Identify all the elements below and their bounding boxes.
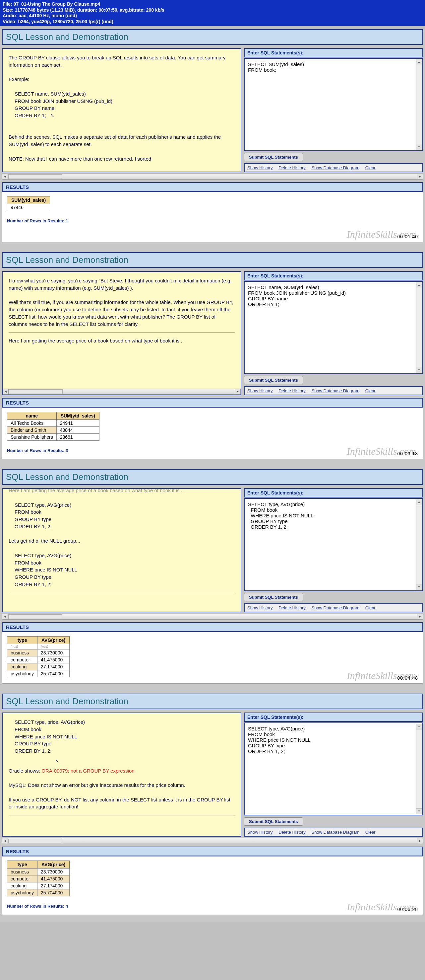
clear-link[interactable]: Clear xyxy=(365,165,376,170)
file-line-4: Video: h264, yuv420p, 1280x720, 25.00 fp… xyxy=(3,19,422,25)
cell: 23.730000 xyxy=(38,649,70,656)
submit-sql-button[interactable]: Submit SQL Statements xyxy=(244,593,303,601)
timecode: 00:01:40 xyxy=(398,234,419,239)
sql-input[interactable]: SELECT type, AVG(price) FROM book WHERE … xyxy=(244,498,423,591)
row-count: Number of Rows in Results: 1 xyxy=(7,218,418,223)
cell: 25.704000 xyxy=(38,889,70,896)
scrollbar-horizontal[interactable]: ◄► xyxy=(3,389,241,395)
file-info-header: File: 07_01-Using The Group By Clause.mp… xyxy=(0,0,425,26)
sql-input[interactable]: SELECT type, AVG(price) FROM book WHERE … xyxy=(244,722,423,815)
lesson-sql-line: FROM book xyxy=(14,559,235,566)
scrollbar-horizontal[interactable]: ◄► xyxy=(2,173,423,180)
sql-actions-bar: Show History Delete History Show Databas… xyxy=(244,603,423,612)
lesson-sql-line: WHERE price IS NOT NULL xyxy=(14,733,235,740)
clear-link[interactable]: Clear xyxy=(365,388,376,393)
cell: business xyxy=(7,869,38,875)
sql-actions-bar: Show History Delete History Show Databas… xyxy=(244,386,423,395)
show-history-link[interactable]: Show History xyxy=(247,165,273,170)
show-database-diagram-link[interactable]: Show Database Diagram xyxy=(311,388,359,393)
lesson-sql-line: GROUP BY name xyxy=(14,105,235,112)
page-title: SQL Lesson and Demonstration xyxy=(2,252,423,268)
lesson-example-label: Example: xyxy=(9,76,235,83)
lesson-paragraph: I know what you're saying, you're saying… xyxy=(9,277,235,292)
cursor-icon xyxy=(51,573,56,581)
page-title: SQL Lesson and Demonstration xyxy=(2,694,423,709)
sql-input[interactable]: SELECT SUM(ytd_sales) FROM book; ▲▼ xyxy=(244,58,423,151)
timecode: 00:04:48 xyxy=(398,675,419,681)
lesson-sql-line: FROM book xyxy=(14,508,235,516)
lesson-sql-line: SELECT type, price, AVG(price) xyxy=(14,719,235,726)
delete-history-link[interactable]: Delete History xyxy=(279,388,306,393)
cell: psychology xyxy=(7,670,38,677)
show-history-link[interactable]: Show History xyxy=(247,605,273,610)
lesson-sql-line: GROUP BY type xyxy=(14,740,235,747)
sql-input-header: Enter SQL Statements(s): xyxy=(244,271,423,280)
cell: psychology xyxy=(7,889,38,896)
scrollbar-vertical[interactable]: ▲▼ xyxy=(416,500,422,590)
cell: computer xyxy=(7,875,38,883)
scrollbar-vertical[interactable]: ▲▼ xyxy=(416,59,422,150)
lesson-sql-line: FROM book xyxy=(14,726,235,733)
results-header: RESULTS xyxy=(2,182,423,192)
lesson-paragraph: Well that's still true, if you are summa… xyxy=(9,299,235,328)
sql-input-header: Enter SQL Statements(s): xyxy=(244,488,423,498)
scrollbar-horizontal[interactable]: ◄► xyxy=(2,614,423,620)
lesson-sql-line: SELECT type, AVG(price) xyxy=(14,501,235,509)
lesson-paragraph: Here I am getting the average price of a… xyxy=(9,337,235,344)
show-database-diagram-link[interactable]: Show Database Diagram xyxy=(311,605,359,610)
lesson-sql-line: ORDER BY 1, 2; xyxy=(14,523,235,530)
lesson-sql-line: WHERE price IS NOT NULL xyxy=(14,566,235,573)
lesson-sql-line: ORDER BY 1, 2; xyxy=(14,581,235,588)
cell: 43844 xyxy=(56,427,99,434)
column-header: type xyxy=(7,861,38,869)
lesson-sql-line: ORDER BY 1; ↖ xyxy=(14,112,235,119)
results-table: SUM(ytd_sales) 97446 xyxy=(7,196,50,211)
delete-history-link[interactable]: Delete History xyxy=(279,605,306,610)
sql-actions-bar: Show History Delete History Show Databas… xyxy=(244,828,423,837)
watermark: InfiniteSkills.com xyxy=(347,670,416,681)
cell: Binder and Smith xyxy=(7,427,57,434)
column-header: type xyxy=(7,636,38,644)
page-title: SQL Lesson and Demonstration xyxy=(2,469,423,485)
cell: 23.730000 xyxy=(38,869,70,875)
scrollbar-vertical[interactable]: ▲▼ xyxy=(416,724,422,814)
row-count: Number of Rows in Results: 3 xyxy=(7,448,418,453)
show-database-diagram-link[interactable]: Show Database Diagram xyxy=(311,830,359,835)
scrollbar-vertical[interactable]: ▲▼ xyxy=(416,282,422,373)
file-line-3: Audio: aac, 44100 Hz, mono (und) xyxy=(3,13,422,19)
cell: 27.174000 xyxy=(38,663,70,670)
scrollbar-horizontal[interactable]: ◄► xyxy=(2,838,423,844)
lesson-paragraph: Let's get rid of the NULL group... xyxy=(9,537,235,544)
show-database-diagram-link[interactable]: Show Database Diagram xyxy=(311,165,359,170)
lesson-paragraph: Oracle shows: ORA-00979: not a GROUP BY … xyxy=(9,767,235,775)
show-history-link[interactable]: Show History xyxy=(247,830,273,835)
sql-actions-bar: Show History Delete History Show Databas… xyxy=(244,163,423,172)
delete-history-link[interactable]: Delete History xyxy=(279,830,306,835)
results-table: typeAVG(price) (null)(null) business23.7… xyxy=(7,636,70,677)
sql-input[interactable]: SELECT name, SUM(ytd_sales) FROM book JO… xyxy=(244,281,423,374)
lesson-sql-line: SELECT type, AVG(price) xyxy=(14,552,235,559)
clear-link[interactable]: Clear xyxy=(365,830,376,835)
cell: cooking xyxy=(7,663,38,670)
file-line-1: File: 07_01-Using The Group By Clause.mp… xyxy=(3,1,422,7)
cell: 41.475000 xyxy=(38,875,70,883)
lesson-paragraph-partial: Here I am getting the average price of a… xyxy=(9,488,235,494)
submit-sql-button[interactable]: Submit SQL Statements xyxy=(244,153,303,161)
submit-sql-button[interactable]: Submit SQL Statements xyxy=(244,818,303,826)
cell: computer xyxy=(7,656,38,663)
delete-history-link[interactable]: Delete History xyxy=(279,165,306,170)
clear-link[interactable]: Clear xyxy=(365,605,376,610)
column-header: SUM(ytd_sales) xyxy=(56,412,99,420)
results-header: RESULTS xyxy=(2,622,423,632)
results-table: typeAVG(price) business23.730000 compute… xyxy=(7,861,70,896)
cell: cooking xyxy=(7,883,38,889)
submit-sql-button[interactable]: Submit SQL Statements xyxy=(244,376,303,384)
cell: Sunshine Publishers xyxy=(7,434,57,441)
page-title: SQL Lesson and Demonstration xyxy=(2,29,423,45)
cell: 41.475000 xyxy=(38,656,70,663)
sql-input-header: Enter SQL Statements(s): xyxy=(244,713,423,722)
show-history-link[interactable]: Show History xyxy=(247,388,273,393)
lesson-paragraph: MySQL: Does not show an error but give i… xyxy=(9,781,235,789)
file-line-2: Size: 11778748 bytes (11.23 MiB), durati… xyxy=(3,7,422,13)
results-header: RESULTS xyxy=(2,846,423,856)
